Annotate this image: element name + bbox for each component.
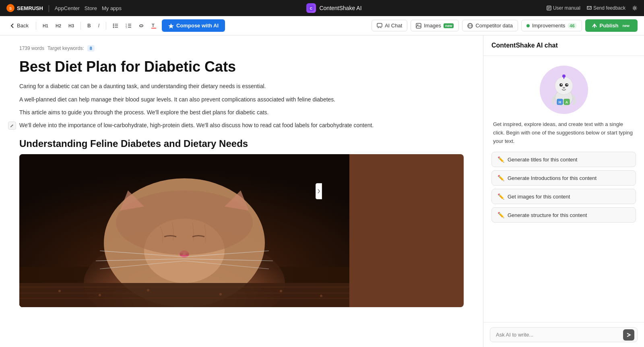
- collapse-panel-button[interactable]: [316, 183, 322, 199]
- article-title[interactable]: Best Diet Plan for Diabetic Cats: [19, 58, 464, 75]
- images-label: Images: [424, 23, 441, 29]
- ordered-list-button[interactable]: 1.2.3.: [123, 22, 134, 30]
- h1-button[interactable]: H1: [40, 22, 51, 30]
- images-icon: [416, 23, 421, 29]
- competitor-label: Competitor data: [475, 23, 513, 29]
- user-manual-label: User manual: [553, 5, 580, 11]
- word-count-bar: 1739 words Target keywords: 8: [19, 45, 464, 52]
- bold-button[interactable]: B: [85, 21, 93, 30]
- paragraph-wrapper: We'll delve into the importance of low-c…: [19, 121, 464, 130]
- cat-image-svg: [19, 154, 349, 307]
- italic-button[interactable]: I: [96, 21, 102, 30]
- topbar-right: User manual Send feedback: [547, 5, 638, 11]
- settings-btn[interactable]: [632, 5, 638, 11]
- appcenter-link[interactable]: AppCenter: [55, 5, 80, 11]
- suggestion-label-3: Generate structure for this content: [508, 212, 587, 218]
- svg-point-64: [563, 87, 565, 89]
- article-paragraph-2: A well-planned diet can help manage thei…: [19, 95, 464, 104]
- ai-chat-button[interactable]: AI Chat: [372, 20, 407, 31]
- send-icon: [626, 333, 631, 337]
- suggestion-label-2: Get images for this content: [508, 194, 570, 200]
- ul-icon: [113, 23, 118, 28]
- svg-text:3.: 3.: [126, 26, 127, 28]
- article-paragraph-1: Caring for a diabetic cat can be a daunt…: [19, 82, 464, 91]
- suggestion-btn-2[interactable]: ✏️ Get images for this content: [491, 189, 636, 204]
- back-label: Back: [17, 23, 29, 29]
- edit-icon: [10, 124, 14, 128]
- images-new-badge: new: [444, 23, 454, 28]
- svg-point-59: [555, 77, 573, 95]
- toolbar-sep-2: [80, 22, 81, 30]
- back-button[interactable]: Back: [6, 21, 32, 30]
- suggestion-label-0: Generate titles for this content: [508, 157, 577, 163]
- competitor-data-button[interactable]: Competitor data: [462, 20, 518, 31]
- ai-chat-input[interactable]: [490, 327, 638, 342]
- mascot-wrapper: H A: [540, 66, 588, 114]
- svg-point-8: [634, 7, 636, 9]
- ai-chat-label: AI Chat: [385, 23, 402, 29]
- link-button[interactable]: [136, 21, 147, 30]
- toolbar-sep-3: [106, 22, 106, 30]
- toolbar-right: AI Chat Images new Competitor data Impro…: [372, 19, 638, 32]
- book-icon: [547, 6, 551, 10]
- right-panel: ContentShake AI chat: [483, 35, 644, 347]
- publish-label: Publish: [600, 23, 619, 29]
- svg-point-55: [219, 293, 222, 295]
- panel-title: ContentShake AI chat: [491, 42, 636, 49]
- competitor-icon: [467, 23, 473, 29]
- svg-point-52: [58, 290, 61, 292]
- main-layout: 1739 words Target keywords: 8 Best Diet …: [0, 35, 644, 347]
- images-button[interactable]: Images new: [411, 20, 459, 31]
- improvements-label: Improvements: [532, 23, 565, 29]
- svg-point-56: [280, 290, 282, 292]
- svg-point-57: [320, 295, 322, 297]
- topbar-divider: |: [48, 4, 50, 12]
- suggestion-btn-0[interactable]: ✏️ Generate titles for this content: [491, 152, 636, 167]
- ol-icon: 1.2.3.: [126, 23, 131, 28]
- h2-button[interactable]: H2: [53, 22, 64, 30]
- semrush-logo: S SEMRUSH: [6, 4, 43, 12]
- editor-area[interactable]: 1739 words Target keywords: 8 Best Diet …: [0, 35, 483, 347]
- svg-text:A: A: [565, 100, 568, 104]
- suggestion-icon-1: ✏️: [497, 175, 504, 181]
- topbar-left: S SEMRUSH | AppCenter Store My apps: [6, 4, 122, 12]
- send-feedback-label: Send feedback: [593, 5, 625, 11]
- suggestion-icon-0: ✏️: [497, 156, 504, 163]
- clear-format-button[interactable]: T: [149, 21, 159, 30]
- compose-label: Compose with AI: [176, 23, 219, 29]
- send-feedback-btn[interactable]: Send feedback: [587, 5, 625, 11]
- ai-send-button[interactable]: [623, 329, 634, 341]
- svg-marker-23: [168, 23, 174, 29]
- h3-button[interactable]: H3: [66, 22, 76, 30]
- svg-point-10: [113, 25, 114, 26]
- target-keywords-label: Target keywords:: [47, 45, 84, 51]
- ai-mascot: H A: [540, 66, 588, 114]
- svg-point-54: [147, 289, 149, 291]
- svg-rect-24: [377, 23, 382, 27]
- back-arrow-icon: [10, 23, 15, 29]
- panel-content: H A Get inspired, explore ideas, and cre…: [483, 56, 644, 322]
- store-link[interactable]: Store: [85, 5, 97, 11]
- paragraph-edit-icon[interactable]: [8, 122, 16, 130]
- improvements-count: 46: [568, 23, 576, 29]
- feedback-icon: [587, 6, 592, 10]
- article-paragraph-3: This article aims to guide you through t…: [19, 108, 464, 117]
- user-manual-btn[interactable]: User manual: [547, 5, 580, 11]
- section-heading: Understanding Feline Diabetes and Dietar…: [19, 138, 464, 149]
- toolbar-left: Back H1 H2 H3 B I 1.2.3. T: [6, 21, 159, 30]
- compose-ai-button[interactable]: Compose with AI: [162, 19, 225, 32]
- toolbar-sep-1: [36, 22, 36, 30]
- publish-button[interactable]: Publish new: [585, 19, 638, 32]
- keyword-count: 8: [87, 45, 95, 52]
- word-count: 1739 words: [19, 45, 44, 51]
- panel-footer: [483, 322, 644, 347]
- suggestion-btn-3[interactable]: ✏️ Generate structure for this content: [491, 207, 636, 223]
- unordered-list-button[interactable]: [110, 22, 121, 30]
- svg-point-62: [561, 84, 562, 85]
- ai-chat-icon: [377, 23, 382, 29]
- myapps-link[interactable]: My apps: [102, 5, 122, 11]
- publish-new-badge: new: [621, 23, 631, 28]
- improvements-button[interactable]: Improvements 46: [521, 20, 582, 31]
- improvements-dot: [526, 24, 530, 27]
- suggestion-btn-1[interactable]: ✏️ Generate Introductions for this conte…: [491, 170, 636, 186]
